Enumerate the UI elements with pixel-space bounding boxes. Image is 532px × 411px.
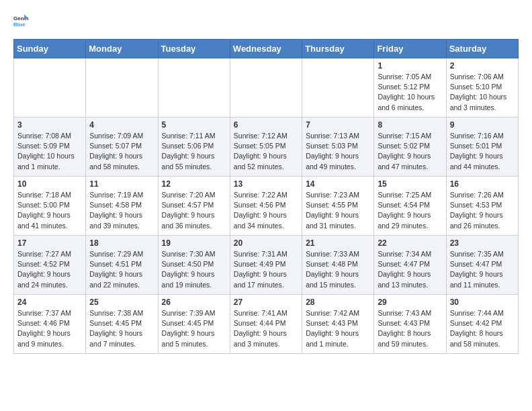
day-number: 26 (162, 298, 226, 307)
day-number: 21 (306, 238, 370, 248)
day-number: 28 (306, 298, 370, 307)
calendar-cell-w5d1: 24Sunrise: 7:37 AM Sunset: 4:46 PM Dayli… (14, 295, 86, 354)
day-number: 29 (378, 298, 442, 307)
calendar-cell-w2d2: 4Sunrise: 7:09 AM Sunset: 5:07 PM Daylig… (86, 118, 158, 177)
day-info: Sunrise: 7:11 AM Sunset: 5:06 PM Dayligh… (162, 131, 226, 172)
calendar-cell-w3d3: 12Sunrise: 7:20 AM Sunset: 4:57 PM Dayli… (158, 177, 230, 236)
day-number: 15 (378, 179, 442, 189)
calendar-cell-w3d7: 16Sunrise: 7:26 AM Sunset: 4:53 PM Dayli… (446, 177, 518, 236)
day-info: Sunrise: 7:05 AM Sunset: 5:12 PM Dayligh… (378, 72, 442, 113)
day-info: Sunrise: 7:44 AM Sunset: 4:42 PM Dayligh… (450, 308, 515, 349)
calendar-cell-w2d5: 7Sunrise: 7:13 AM Sunset: 5:03 PM Daylig… (302, 118, 374, 177)
day-info: Sunrise: 7:12 AM Sunset: 5:05 PM Dayligh… (234, 131, 298, 172)
calendar-cell-w5d5: 28Sunrise: 7:42 AM Sunset: 4:43 PM Dayli… (302, 295, 374, 354)
day-info: Sunrise: 7:42 AM Sunset: 4:43 PM Dayligh… (306, 308, 370, 349)
calendar-cell-w3d1: 10Sunrise: 7:18 AM Sunset: 5:00 PM Dayli… (14, 177, 86, 236)
calendar-cell-w2d7: 9Sunrise: 7:16 AM Sunset: 5:01 PM Daylig… (446, 118, 518, 177)
day-info: Sunrise: 7:35 AM Sunset: 4:47 PM Dayligh… (450, 249, 515, 290)
day-info: Sunrise: 7:26 AM Sunset: 4:53 PM Dayligh… (450, 190, 515, 231)
day-number: 18 (89, 238, 154, 248)
col-header-tuesday: Tuesday (158, 40, 230, 58)
day-number: 24 (17, 298, 82, 307)
day-info: Sunrise: 7:30 AM Sunset: 4:50 PM Dayligh… (162, 249, 226, 290)
day-info: Sunrise: 7:41 AM Sunset: 4:44 PM Dayligh… (234, 308, 298, 349)
col-header-wednesday: Wednesday (230, 40, 302, 58)
calendar-cell-w1d5 (302, 58, 374, 118)
day-number: 12 (162, 179, 226, 189)
calendar-cell-w5d6: 29Sunrise: 7:43 AM Sunset: 4:43 PM Dayli… (374, 295, 446, 354)
day-number: 6 (234, 120, 298, 130)
col-header-sunday: Sunday (14, 40, 86, 58)
day-number: 14 (306, 179, 370, 189)
calendar-cell-w1d6: 1Sunrise: 7:05 AM Sunset: 5:12 PM Daylig… (374, 58, 446, 118)
calendar-cell-w2d1: 3Sunrise: 7:08 AM Sunset: 5:09 PM Daylig… (14, 118, 86, 177)
calendar-week-2: 3Sunrise: 7:08 AM Sunset: 5:09 PM Daylig… (14, 118, 519, 177)
day-number: 1 (378, 61, 442, 71)
day-info: Sunrise: 7:25 AM Sunset: 4:54 PM Dayligh… (378, 190, 442, 231)
calendar-week-5: 24Sunrise: 7:37 AM Sunset: 4:46 PM Dayli… (14, 295, 519, 354)
day-info: Sunrise: 7:16 AM Sunset: 5:01 PM Dayligh… (450, 131, 515, 172)
calendar-cell-w1d3 (158, 58, 230, 118)
day-info: Sunrise: 7:29 AM Sunset: 4:51 PM Dayligh… (89, 249, 154, 290)
day-number: 30 (450, 298, 515, 307)
day-number: 9 (450, 120, 515, 130)
calendar-cell-w5d2: 25Sunrise: 7:38 AM Sunset: 4:45 PM Dayli… (86, 295, 158, 354)
calendar-cell-w4d5: 21Sunrise: 7:33 AM Sunset: 4:48 PM Dayli… (302, 236, 374, 295)
day-info: Sunrise: 7:20 AM Sunset: 4:57 PM Dayligh… (162, 190, 226, 231)
day-number: 16 (450, 179, 515, 189)
day-number: 27 (234, 298, 298, 307)
day-number: 8 (378, 120, 442, 130)
day-number: 25 (89, 298, 154, 307)
svg-text:Blue: Blue (13, 21, 26, 28)
day-number: 10 (17, 179, 82, 189)
day-info: Sunrise: 7:13 AM Sunset: 5:03 PM Dayligh… (306, 131, 370, 172)
calendar-cell-w5d3: 26Sunrise: 7:39 AM Sunset: 4:45 PM Dayli… (158, 295, 230, 354)
day-info: Sunrise: 7:39 AM Sunset: 4:45 PM Dayligh… (162, 308, 226, 349)
day-info: Sunrise: 7:22 AM Sunset: 4:56 PM Dayligh… (234, 190, 298, 231)
day-number: 22 (378, 238, 442, 248)
calendar-cell-w4d6: 22Sunrise: 7:34 AM Sunset: 4:47 PM Dayli… (374, 236, 446, 295)
calendar-table: SundayMondayTuesdayWednesdayThursdayFrid… (13, 39, 519, 354)
calendar-cell-w4d3: 19Sunrise: 7:30 AM Sunset: 4:50 PM Dayli… (158, 236, 230, 295)
calendar-week-1: 1Sunrise: 7:05 AM Sunset: 5:12 PM Daylig… (14, 58, 519, 118)
calendar-cell-w1d1 (14, 58, 86, 118)
day-info: Sunrise: 7:31 AM Sunset: 4:49 PM Dayligh… (234, 249, 298, 290)
day-number: 2 (450, 61, 515, 71)
day-info: Sunrise: 7:23 AM Sunset: 4:55 PM Dayligh… (306, 190, 370, 231)
day-number: 11 (89, 179, 154, 189)
day-info: Sunrise: 7:37 AM Sunset: 4:46 PM Dayligh… (17, 308, 82, 349)
day-number: 17 (17, 238, 82, 248)
calendar-week-3: 10Sunrise: 7:18 AM Sunset: 5:00 PM Dayli… (14, 177, 519, 236)
logo: General Blue (13, 13, 32, 28)
day-number: 19 (162, 238, 226, 248)
day-number: 23 (450, 238, 515, 248)
calendar-cell-w1d4 (230, 58, 302, 118)
calendar-cell-w2d4: 6Sunrise: 7:12 AM Sunset: 5:05 PM Daylig… (230, 118, 302, 177)
calendar-cell-w2d3: 5Sunrise: 7:11 AM Sunset: 5:06 PM Daylig… (158, 118, 230, 177)
col-header-thursday: Thursday (302, 40, 374, 58)
calendar-cell-w4d7: 23Sunrise: 7:35 AM Sunset: 4:47 PM Dayli… (446, 236, 518, 295)
page-header: General Blue (13, 13, 519, 28)
col-header-saturday: Saturday (446, 40, 518, 58)
calendar-cell-w3d5: 14Sunrise: 7:23 AM Sunset: 4:55 PM Dayli… (302, 177, 374, 236)
calendar-week-4: 17Sunrise: 7:27 AM Sunset: 4:52 PM Dayli… (14, 236, 519, 295)
day-info: Sunrise: 7:33 AM Sunset: 4:48 PM Dayligh… (306, 249, 370, 290)
day-info: Sunrise: 7:15 AM Sunset: 5:02 PM Dayligh… (378, 131, 442, 172)
calendar-cell-w3d6: 15Sunrise: 7:25 AM Sunset: 4:54 PM Dayli… (374, 177, 446, 236)
day-number: 13 (234, 179, 298, 189)
day-info: Sunrise: 7:27 AM Sunset: 4:52 PM Dayligh… (17, 249, 82, 290)
calendar-cell-w5d7: 30Sunrise: 7:44 AM Sunset: 4:42 PM Dayli… (446, 295, 518, 354)
calendar-cell-w3d4: 13Sunrise: 7:22 AM Sunset: 4:56 PM Dayli… (230, 177, 302, 236)
day-info: Sunrise: 7:34 AM Sunset: 4:47 PM Dayligh… (378, 249, 442, 290)
day-info: Sunrise: 7:09 AM Sunset: 5:07 PM Dayligh… (89, 131, 154, 172)
day-info: Sunrise: 7:19 AM Sunset: 4:58 PM Dayligh… (89, 190, 154, 231)
day-info: Sunrise: 7:18 AM Sunset: 5:00 PM Dayligh… (17, 190, 82, 231)
day-number: 7 (306, 120, 370, 130)
day-info: Sunrise: 7:38 AM Sunset: 4:45 PM Dayligh… (89, 308, 154, 349)
day-number: 20 (234, 238, 298, 248)
day-info: Sunrise: 7:43 AM Sunset: 4:43 PM Dayligh… (378, 308, 442, 349)
calendar-cell-w4d1: 17Sunrise: 7:27 AM Sunset: 4:52 PM Dayli… (14, 236, 86, 295)
calendar-cell-w4d2: 18Sunrise: 7:29 AM Sunset: 4:51 PM Dayli… (86, 236, 158, 295)
logo-icon: General Blue (13, 13, 28, 28)
calendar-cell-w4d4: 20Sunrise: 7:31 AM Sunset: 4:49 PM Dayli… (230, 236, 302, 295)
